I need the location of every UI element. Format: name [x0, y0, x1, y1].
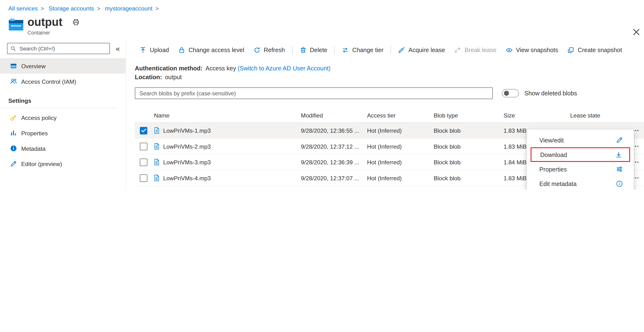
file-icon [153, 174, 160, 182]
title-block: output Container [28, 16, 80, 36]
sidebar-collapse-button[interactable]: « [116, 45, 120, 52]
break-lease-icon [454, 46, 461, 54]
sidebar-item[interactable]: Metadata [0, 141, 126, 156]
toolbar-button-label: Create snapshot [578, 46, 622, 53]
column-header-name[interactable]: Name [153, 112, 301, 119]
change-tier-icon [342, 46, 349, 54]
toolbar-button[interactable]: Delete [295, 46, 332, 54]
file-icon [153, 159, 160, 166]
toolbar-button-label: Break lease [465, 46, 496, 53]
toolbar-button[interactable]: Refresh [249, 46, 290, 54]
context-menu-item[interactable]: Edit metadata [527, 176, 634, 190]
breadcrumb-separator: > [41, 5, 44, 12]
sidebar-item[interactable]: Access Control (IAM) [0, 74, 126, 89]
toolbar-button[interactable]: View snapshots [501, 46, 563, 54]
sidebar-item[interactable]: Editor (preview) [0, 156, 126, 172]
column-header-size[interactable]: Size [504, 112, 570, 119]
switch-account-link[interactable]: (Switch to Azure AD User Account) [238, 65, 330, 72]
location-value: output [165, 74, 182, 80]
toolbar-button-label: Upload [150, 46, 169, 53]
breadcrumb-link[interactable]: All services [8, 5, 38, 12]
info-section: Authentication method:Access key(Switch … [135, 64, 644, 82]
close-button[interactable] [632, 28, 641, 37]
key-icon [10, 114, 17, 121]
sidebar-item-label: Access Control (IAM) [21, 78, 76, 85]
upload-icon [139, 46, 146, 54]
container-icon [8, 18, 24, 31]
column-header-modified[interactable]: Modified [301, 112, 367, 119]
sidebar: « Overview Access Control (IAM) Settings [0, 39, 126, 190]
page-title: output [28, 16, 62, 28]
blob-search-input[interactable] [135, 88, 493, 99]
toolbar-button[interactable]: Change access level [174, 46, 249, 54]
sidebar-item[interactable]: Access policy [0, 110, 126, 125]
breadcrumb-link[interactable]: mystorageaccount [105, 5, 152, 12]
sidebar-search-row: « [7, 43, 126, 54]
sidebar-group-settings: Settings [0, 89, 116, 108]
breadcrumb-separator: > [155, 5, 158, 12]
toolbar-button[interactable]: Create snapshot [563, 46, 626, 54]
azure-portal-blade: All services> Storage accounts> mystorag… [0, 0, 644, 190]
auth-method-value: Access key [206, 65, 236, 72]
toolbar-button: Break lease [450, 46, 501, 54]
column-header-blob-type[interactable]: Blob type [434, 112, 504, 119]
blob-access-tier: Hot (Inferred) [367, 174, 434, 181]
context-menu-item[interactable]: Properties [527, 162, 634, 176]
download-icon [615, 151, 622, 158]
file-icon [153, 127, 160, 134]
blob-type: Block blob [434, 143, 504, 150]
toolbar-button[interactable]: Upload [135, 46, 174, 54]
blob-modified: 9/28/2020, 12:36:55 ... [301, 127, 367, 134]
iam-icon [10, 78, 17, 85]
blob-modified: 9/28/2020, 12:36:39 ... [301, 159, 367, 166]
context-menu-item-label: Edit metadata [539, 180, 577, 187]
toolbar: Upload Change access level Refresh [135, 42, 644, 58]
acquire-lease-icon [398, 46, 405, 54]
auth-method-label: Authentication method: [135, 65, 202, 72]
breadcrumb: All services> Storage accounts> mystorag… [0, 0, 644, 12]
toolbar-button-label: View snapshots [516, 46, 558, 53]
sidebar-item-label: Editor (preview) [21, 160, 62, 167]
blob-name[interactable]: LowPriVMs-3.mp3 [163, 159, 301, 166]
row-checkbox[interactable] [140, 142, 148, 150]
context-menu-item-label: Properties [539, 166, 567, 172]
sidebar-item[interactable]: Properties [0, 125, 126, 141]
row-checkbox[interactable] [140, 158, 148, 166]
blob-name[interactable]: LowPriVMs-4.mp3 [163, 174, 301, 181]
sidebar-search-input[interactable] [19, 45, 106, 52]
blob-name[interactable]: LowPriVMs-1.mp3 [163, 127, 301, 134]
sidebar-settings-nav: Access policy Properties Metadata [0, 110, 126, 172]
toolbar-button[interactable]: Change tier [337, 46, 388, 54]
sidebar-searchbox[interactable] [7, 43, 110, 54]
sliders-icon [616, 166, 623, 173]
sidebar-item[interactable]: Overview [0, 58, 126, 74]
print-icon[interactable] [72, 18, 80, 26]
blob-type: Block blob [434, 127, 504, 134]
toolbar-button[interactable]: Acquire lease [394, 46, 450, 54]
toolbar-button [334, 46, 335, 54]
eye-icon [506, 46, 513, 54]
row-checkbox[interactable] [140, 127, 148, 134]
breadcrumb-link[interactable]: Storage accounts [49, 5, 94, 12]
breadcrumb-item: Storage accounts> [49, 5, 104, 12]
show-deleted-label: Show deleted blobs [524, 90, 577, 96]
toggle-knob [504, 91, 509, 96]
toolbar-button-label: Delete [310, 46, 327, 53]
file-icon [153, 143, 160, 150]
blob-name[interactable]: LowPriVMs-2.mp3 [163, 143, 301, 150]
blob-type: Block blob [434, 159, 504, 166]
sidebar-item-label: Access policy [21, 114, 56, 121]
lock-icon [178, 46, 185, 54]
context-menu-item[interactable]: View/edit [527, 133, 634, 147]
toolbar-button-label: Change tier [352, 46, 383, 53]
column-header-lease-state[interactable]: Lease state [570, 112, 624, 119]
breadcrumb-item: All services> [8, 5, 47, 12]
row-checkbox[interactable] [140, 174, 148, 182]
filter-row: Show deleted blobs [135, 88, 644, 99]
blob-modified: 9/28/2020, 12:37:12 ... [301, 143, 367, 150]
overview-icon [10, 62, 17, 70]
context-menu-item[interactable]: Download [530, 148, 630, 162]
column-header-access-tier[interactable]: Access tier [367, 112, 434, 119]
show-deleted-toggle[interactable] [502, 89, 519, 98]
pencil-icon [10, 160, 17, 168]
